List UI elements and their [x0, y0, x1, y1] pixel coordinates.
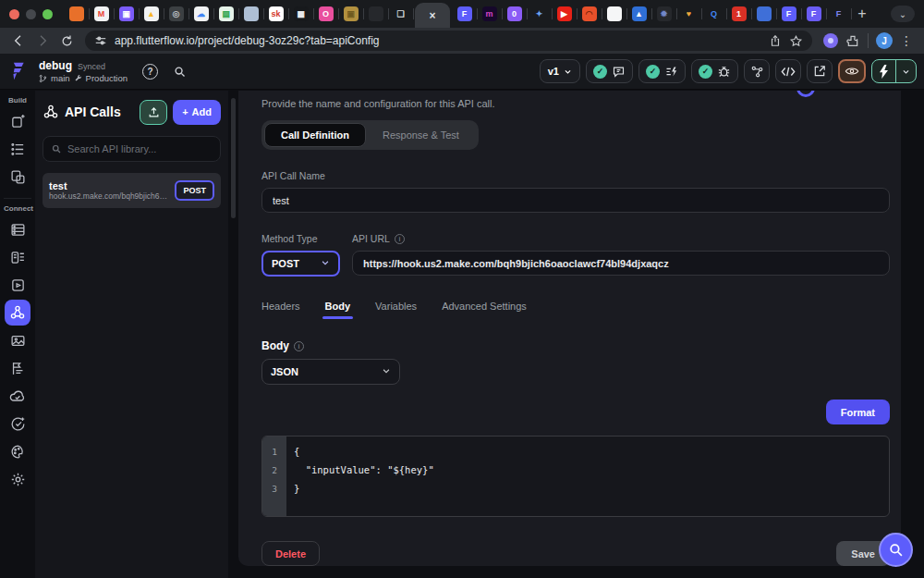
- pinned-tab[interactable]: ✦: [527, 0, 552, 28]
- extensions-puzzle-icon[interactable]: [845, 33, 860, 48]
- rail-item-media-assets[interactable]: [5, 327, 30, 353]
- pinned-tab[interactable]: F: [826, 0, 851, 28]
- rail-item-content[interactable]: [5, 272, 30, 298]
- pinned-tab[interactable]: F: [801, 0, 826, 28]
- pinned-tab[interactable]: 0: [502, 0, 527, 28]
- pinned-tab[interactable]: 1: [726, 0, 751, 28]
- run-button[interactable]: [871, 59, 917, 83]
- environment-name[interactable]: Production: [86, 73, 128, 83]
- format-button[interactable]: Format: [826, 400, 890, 424]
- rail-item-app-values[interactable]: [5, 355, 30, 381]
- pinned-tab[interactable]: ◎: [164, 0, 188, 28]
- rail-item-database[interactable]: [5, 216, 30, 242]
- pinned-tab[interactable]: F: [776, 0, 801, 28]
- minimize-window-button[interactable]: [26, 9, 36, 19]
- version-dropdown[interactable]: v1: [540, 59, 580, 83]
- tab-variables[interactable]: Variables: [375, 301, 417, 319]
- flutterflow-logo[interactable]: [0, 61, 35, 81]
- new-tab-button[interactable]: +: [851, 6, 873, 22]
- pinned-tab[interactable]: Q: [701, 0, 726, 28]
- open-in-new-button[interactable]: [807, 59, 833, 83]
- code-view-button[interactable]: [775, 59, 801, 83]
- rail-item-storyboard[interactable]: [5, 164, 30, 190]
- close-tab-icon[interactable]: ×: [429, 9, 435, 22]
- api-search-input[interactable]: [67, 143, 213, 154]
- rail-item-add-page[interactable]: [5, 108, 30, 134]
- forward-button[interactable]: [31, 30, 54, 52]
- api-call-name-input[interactable]: [261, 188, 890, 213]
- tab-call-definition[interactable]: Call Definition: [264, 123, 366, 147]
- pinned-tab[interactable]: [751, 0, 776, 28]
- tab-headers[interactable]: Headers: [261, 301, 300, 319]
- pinned-tab[interactable]: ❑: [388, 0, 413, 28]
- pinned-tab[interactable]: ▲: [139, 0, 164, 28]
- pinned-tab[interactable]: sk: [263, 0, 288, 28]
- pinned-tab[interactable]: [602, 0, 626, 28]
- pinned-tab[interactable]: [64, 0, 89, 28]
- preview-button[interactable]: [838, 59, 866, 83]
- pinned-tab[interactable]: ▦: [288, 0, 313, 28]
- run-options-chevron[interactable]: [895, 60, 916, 82]
- code-line[interactable]: 3 }: [262, 479, 889, 498]
- code-line[interactable]: 2 "inputValue": "${hey}": [262, 461, 889, 479]
- site-settings-icon[interactable]: [94, 34, 107, 47]
- bookmark-star-icon[interactable]: [789, 34, 803, 48]
- pinned-tab[interactable]: M: [89, 0, 114, 28]
- add-api-call-button[interactable]: + Add: [173, 100, 221, 125]
- url-bar[interactable]: app.flutterflow.io/project/debug-3oz29c?…: [85, 31, 812, 51]
- widget-tree-button[interactable]: [744, 59, 770, 83]
- rail-item-widget-tree[interactable]: [5, 136, 30, 162]
- pinned-tab[interactable]: [363, 0, 388, 28]
- active-tab[interactable]: ×: [415, 3, 450, 28]
- back-button[interactable]: [7, 30, 30, 52]
- lint-status-comments[interactable]: ✓: [586, 59, 633, 83]
- tab-response-test[interactable]: Response & Test: [366, 123, 476, 147]
- method-type-select[interactable]: POST: [261, 251, 340, 277]
- pinned-tab[interactable]: ♥: [676, 0, 701, 28]
- code-line[interactable]: 1 {: [262, 442, 889, 461]
- rail-item-theme[interactable]: [5, 438, 30, 464]
- lint-status-actions[interactable]: ✓: [638, 59, 686, 83]
- api-url-input[interactable]: [352, 251, 890, 276]
- json-body-editor[interactable]: 1 { 2 "inputValue": "${hey}" 3 }: [261, 436, 890, 517]
- pinned-tab[interactable]: [238, 0, 263, 28]
- tab-overflow-chevron-button[interactable]: ⌄: [891, 6, 915, 22]
- zoom-window-button[interactable]: [43, 9, 53, 19]
- zoom-fab-button[interactable]: [879, 533, 913, 567]
- rail-item-api-calls[interactable]: [5, 300, 30, 326]
- tab-advanced-settings[interactable]: Advanced Settings: [442, 301, 527, 319]
- pinned-tab[interactable]: ▣: [114, 0, 139, 28]
- profile-avatar[interactable]: J: [876, 32, 893, 49]
- reload-button[interactable]: [55, 30, 78, 52]
- run-bolt[interactable]: [872, 65, 895, 79]
- api-search-box[interactable]: [43, 136, 221, 162]
- tab-body[interactable]: Body: [325, 301, 351, 319]
- pinned-tab[interactable]: ▲: [626, 0, 651, 28]
- lint-status-debug[interactable]: ✓: [691, 59, 738, 83]
- rail-item-cloud-functions[interactable]: [5, 383, 30, 409]
- browser-menu-icon[interactable]: ⋮: [900, 33, 913, 48]
- search-button[interactable]: [173, 65, 187, 79]
- pinned-tab[interactable]: ▤: [213, 0, 238, 28]
- pinned-tab[interactable]: ▶: [552, 0, 577, 28]
- pinned-tab[interactable]: ▣: [338, 0, 363, 28]
- branch-name[interactable]: main: [51, 73, 70, 83]
- close-window-button[interactable]: [9, 9, 19, 19]
- pinned-tab[interactable]: m: [477, 0, 502, 28]
- pinned-tab[interactable]: O: [313, 0, 338, 28]
- scrollbar-thumb[interactable]: [231, 98, 236, 218]
- extension-icon[interactable]: [823, 33, 838, 48]
- import-api-button[interactable]: [140, 100, 167, 125]
- pinned-tab[interactable]: ◠: [577, 0, 602, 28]
- body-type-select[interactable]: JSON: [261, 359, 400, 385]
- share-icon[interactable]: [769, 34, 782, 47]
- pinned-tab[interactable]: ☁: [188, 0, 213, 28]
- api-call-list-item[interactable]: test hook.us2.make.com/bqh9bjich6o... PO…: [43, 173, 221, 208]
- help-button[interactable]: ?: [142, 64, 158, 80]
- rail-item-tests[interactable]: [5, 411, 30, 437]
- pinned-tab[interactable]: ✹: [651, 0, 676, 28]
- url-text[interactable]: app.flutterflow.io/project/debug-3oz29c?…: [115, 34, 761, 47]
- pinned-tab[interactable]: F: [452, 0, 477, 28]
- rail-item-data-types[interactable]: [5, 244, 30, 270]
- delete-button[interactable]: Delete: [261, 541, 320, 566]
